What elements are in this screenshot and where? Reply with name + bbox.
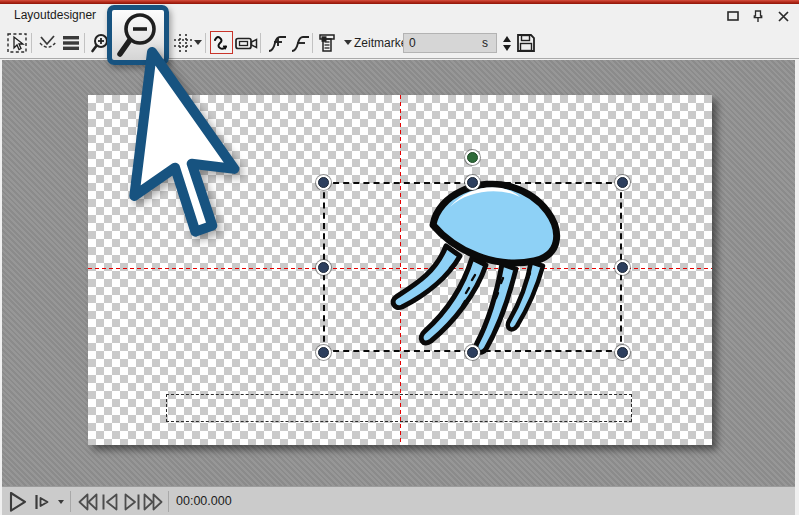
zoom-out-button[interactable] xyxy=(107,5,169,65)
grid-button[interactable] xyxy=(171,31,195,55)
camera-pan-button[interactable] xyxy=(234,31,258,55)
pin-icon[interactable] xyxy=(750,8,766,24)
motion-path-button[interactable] xyxy=(210,31,233,54)
playbar-separator xyxy=(70,491,71,512)
play-button[interactable] xyxy=(9,492,28,512)
remove-curve-button[interactable] xyxy=(288,31,312,55)
jump-to-start-button[interactable] xyxy=(101,492,119,512)
stepper-down-icon[interactable] xyxy=(503,45,511,51)
insert-timemark-button[interactable] xyxy=(316,31,340,55)
toolbar-separator xyxy=(260,33,261,53)
zeitmarke-unit: s xyxy=(482,36,488,50)
select-tool-button[interactable] xyxy=(5,31,29,55)
add-curve-button[interactable] xyxy=(265,31,289,55)
maximize-icon[interactable] xyxy=(725,8,741,24)
play-options-caret[interactable] xyxy=(58,500,64,504)
handle-n[interactable] xyxy=(467,177,478,188)
zeitmarke-input[interactable]: 0 s xyxy=(403,33,497,53)
jump-back-button[interactable] xyxy=(78,492,98,512)
handle-sw[interactable] xyxy=(318,347,329,358)
toolbar-separator xyxy=(84,33,85,53)
layout-canvas[interactable] xyxy=(88,95,712,445)
handle-nw[interactable] xyxy=(318,177,329,188)
grid-dropdown-caret[interactable] xyxy=(194,40,202,45)
layers-tool-button[interactable] xyxy=(59,31,83,55)
playback-time: 00:00.000 xyxy=(176,487,232,515)
toolbar-separator xyxy=(205,33,206,53)
toolbar-separator xyxy=(312,33,313,53)
window-controls xyxy=(725,8,791,24)
zoom-out-icon xyxy=(112,10,164,60)
jump-to-end-button[interactable] xyxy=(123,492,141,512)
playback-bar: 00:00.000 xyxy=(2,486,795,515)
handle-w[interactable] xyxy=(318,262,329,273)
toolbar-separator xyxy=(31,33,32,53)
timemark-dropdown-caret[interactable] xyxy=(344,40,352,45)
panel-title: Layoutdesigner xyxy=(14,4,96,27)
handle-s[interactable] xyxy=(467,347,478,358)
zeitmarke-stepper[interactable] xyxy=(501,33,513,53)
handle-se[interactable] xyxy=(617,347,628,358)
layout-workspace xyxy=(2,60,795,486)
handle-e[interactable] xyxy=(617,262,628,273)
smooth-curve-tool-button[interactable] xyxy=(36,31,60,55)
stepper-up-icon[interactable] xyxy=(503,36,511,42)
close-icon[interactable] xyxy=(775,8,791,24)
handle-ne[interactable] xyxy=(617,177,628,188)
text-placeholder-box[interactable] xyxy=(166,394,632,422)
save-button[interactable] xyxy=(514,31,538,55)
rotation-handle[interactable] xyxy=(467,152,478,163)
playbar-separator xyxy=(168,491,169,512)
jellyfish-image[interactable] xyxy=(388,180,573,360)
play-from-here-button[interactable] xyxy=(34,492,50,512)
jump-forward-button[interactable] xyxy=(143,492,163,512)
zeitmarke-value: 0 xyxy=(409,36,482,50)
